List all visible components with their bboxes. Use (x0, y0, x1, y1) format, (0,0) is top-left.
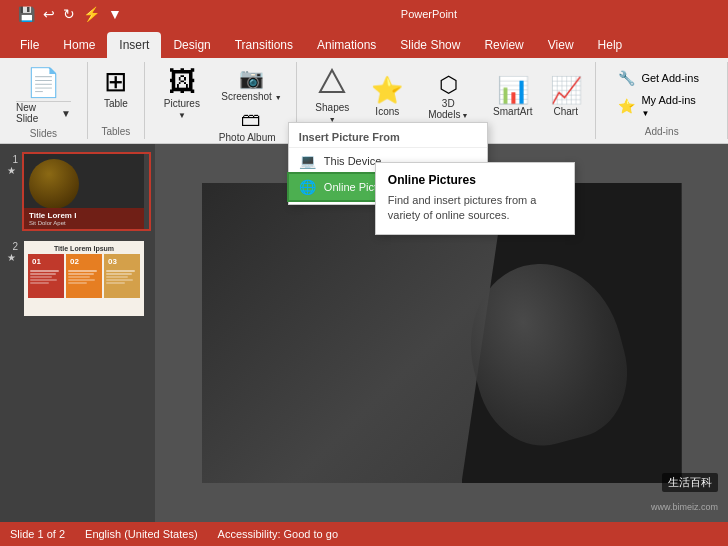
table-button[interactable]: ⊞ Table (96, 64, 136, 113)
my-addins-button[interactable]: ⭐ My Add-ins ▼ (612, 92, 711, 120)
new-slide-icon[interactable]: 📄 (16, 66, 71, 102)
accessibility-info: Accessibility: Good to go (218, 528, 338, 540)
3d-models-icon: ⬡ (439, 72, 458, 98)
card-02-number: 02 (68, 256, 100, 267)
dropdown-header: Insert Picture From (289, 127, 487, 148)
ribbon: 📄 New Slide ▼ Slides ⊞ Table Tables 🖼 Pi… (0, 58, 728, 144)
card-01-lines (30, 269, 62, 285)
tables-group-label: Tables (101, 126, 130, 137)
chart-icon: 📈 (550, 75, 582, 106)
tab-view[interactable]: View (536, 32, 586, 58)
watermark-url: www.bimeiz.com (651, 502, 718, 512)
slide-panel: 1 ★ Title Lorem I Sit Dolor Apet 2 ★ (0, 144, 155, 522)
svg-marker-0 (320, 70, 344, 92)
ribbon-group-slides: 📄 New Slide ▼ Slides (0, 62, 88, 139)
tab-file[interactable]: File (8, 32, 51, 58)
app-title: PowerPoint (401, 8, 457, 20)
online-pictures-tooltip: Online Pictures Find and insert pictures… (375, 162, 575, 235)
online-icon: 🌐 (299, 179, 316, 195)
screenshot-button[interactable]: 📷 Screenshot ▼ (215, 64, 288, 104)
tab-home[interactable]: Home (51, 32, 107, 58)
chart-label: Chart (554, 106, 578, 117)
language-info: English (United States) (85, 528, 198, 540)
slide-preview-1[interactable]: Title Lorem I Sit Dolor Apet (22, 152, 151, 231)
pictures-button[interactable]: 🖼 Pictures ▼ (153, 64, 211, 124)
smartart-button[interactable]: 📊 SmartArt (488, 71, 539, 121)
tab-slideshow[interactable]: Slide Show (388, 32, 472, 58)
slide-star-2: ★ (7, 252, 16, 263)
new-slide-button[interactable]: 📄 New Slide ▼ (8, 64, 79, 126)
slide-star-1: ★ (7, 165, 16, 176)
quick-access-toolbar: 💾 ↩ ↻ ⚡ ▼ (8, 6, 132, 22)
smartart-label: SmartArt (493, 106, 532, 117)
get-addins-icon: 🔧 (618, 70, 635, 86)
slide-1-subtitle: Sit Dolor Apet (29, 220, 139, 226)
slide-preview-2[interactable]: Title Lorem Ipsum 01 (22, 239, 151, 318)
slide-2-bg: Title Lorem Ipsum 01 (24, 241, 144, 316)
card-03-lines (106, 269, 138, 285)
screenshot-label: Screenshot ▼ (221, 91, 281, 102)
slide-2-title: Title Lorem Ipsum (24, 241, 144, 254)
3d-models-label: 3D Models (421, 98, 476, 120)
ribbon-group-tables: ⊞ Table Tables (88, 62, 145, 139)
ribbon-tabs: File Home Insert Design Transitions Anim… (0, 28, 728, 58)
slide-number-1: 1 (4, 152, 18, 165)
ribbon-group-images: 🖼 Pictures ▼ 📷 Screenshot ▼ 🗃 Photo Albu… (145, 62, 297, 139)
chart-button[interactable]: 📈 Chart (544, 71, 587, 121)
tooltip-title: Online Pictures (388, 173, 562, 187)
new-slide-label[interactable]: New Slide ▼ (16, 102, 71, 124)
smartart-icon: 📊 (497, 75, 529, 106)
save-icon[interactable]: 💾 (16, 6, 37, 22)
tab-transitions[interactable]: Transitions (223, 32, 305, 58)
tables-group-items: ⊞ Table (96, 64, 136, 124)
customize-icon[interactable]: ⚡ (81, 6, 102, 22)
slide-info: Slide 1 of 2 (10, 528, 65, 540)
title-bar: 💾 ↩ ↻ ⚡ ▼ PowerPoint (0, 0, 728, 28)
my-addins-label: My Add-ins ▼ (641, 94, 705, 118)
tab-animations[interactable]: Animations (305, 32, 388, 58)
screenshot-icon: 📷 (239, 66, 264, 90)
slide-1-title: Title Lorem I (29, 211, 139, 220)
card-03: 03 (104, 254, 140, 298)
slide-thumbnail-2: 2 ★ Title Lorem Ipsum 01 (4, 239, 151, 318)
card-01: 01 (28, 254, 64, 298)
icons-label: Icons (375, 106, 399, 117)
pictures-icon: 🖼 (168, 68, 196, 96)
illustrations-items: Shapes ▼ ⭐ Icons ⬡ 3D Models 📊 SmartArt … (305, 64, 587, 128)
slides-group-items: 📄 New Slide ▼ (8, 64, 79, 126)
card-02: 02 (66, 254, 102, 298)
redo-icon[interactable]: ↻ (61, 6, 77, 22)
slides-group-label: Slides (30, 128, 57, 139)
tab-help[interactable]: Help (586, 32, 635, 58)
dropdown-arrow-icon[interactable]: ▼ (106, 6, 124, 22)
icons-icon: ⭐ (371, 75, 403, 106)
slide-thumbnail-1: 1 ★ Title Lorem I Sit Dolor Apet (4, 152, 151, 231)
addins-items: 🔧 Get Add-ins ⭐ My Add-ins ▼ (604, 64, 719, 124)
table-label: Table (104, 98, 128, 109)
icons-button[interactable]: ⭐ Icons (366, 71, 409, 121)
slide-1-text-area: Title Lorem I Sit Dolor Apet (24, 208, 144, 229)
tooltip-description: Find and insert pictures from a variety … (388, 193, 562, 224)
slide-2-cards: 01 02 (24, 254, 144, 298)
shapes-button[interactable]: Shapes ▼ (305, 64, 360, 128)
slide-1-bg: Title Lorem I Sit Dolor Apet (24, 154, 144, 229)
get-addins-label: Get Add-ins (641, 72, 698, 84)
get-addins-button[interactable]: 🔧 Get Add-ins (612, 68, 711, 88)
pictures-label: Pictures ▼ (159, 98, 205, 120)
tab-review[interactable]: Review (472, 32, 535, 58)
photo-album-icon: 🗃 (241, 108, 261, 131)
shapes-label: Shapes ▼ (311, 102, 354, 124)
3d-models-button[interactable]: ⬡ 3D Models (415, 68, 482, 124)
watermark-text: 生活百科 (662, 473, 718, 492)
my-addins-icon: ⭐ (618, 98, 635, 114)
card-02-lines (68, 269, 100, 285)
tab-insert[interactable]: Insert (107, 32, 161, 58)
shapes-icon (318, 68, 346, 102)
addins-group-label: Add-ins (645, 126, 679, 137)
ribbon-group-addins: 🔧 Get Add-ins ⭐ My Add-ins ▼ Add-ins (596, 62, 728, 139)
tab-design[interactable]: Design (161, 32, 222, 58)
coffee-cup-decoration (29, 159, 79, 209)
slide-number-2: 2 (4, 239, 18, 252)
undo-icon[interactable]: ↩ (41, 6, 57, 22)
status-bar: Slide 1 of 2 English (United States) Acc… (0, 522, 728, 546)
